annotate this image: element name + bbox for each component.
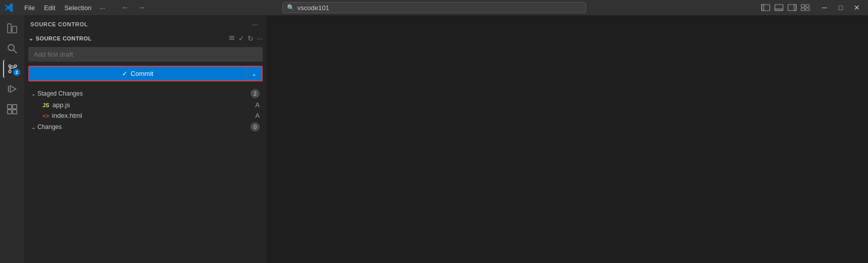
sidebar-header-actions: ···	[250, 19, 261, 30]
run-debug-activity-item[interactable]	[3, 80, 21, 98]
sidebar-panel-header: SOURCE CONTROL ···	[24, 15, 267, 33]
selection-menu[interactable]: Selection	[60, 3, 95, 13]
sc-header-actions: ✓ ↻ ···	[228, 34, 263, 43]
nav-arrows: ← →	[118, 2, 149, 13]
close-button[interactable]: ✕	[850, 2, 864, 13]
secondary-sidebar-layout-icon[interactable]	[786, 3, 798, 12]
sc-title-text: SOURCE CONTROL	[35, 35, 92, 41]
main-area: 2 SOURCE CONTROL ···	[0, 15, 868, 263]
indexhtml-status: A	[255, 112, 260, 119]
sidebar: SOURCE CONTROL ··· ⌄ SOURCE CONTROL	[24, 15, 267, 263]
changes-section-row[interactable]: ⌄ Changes 0	[28, 121, 263, 133]
svg-point-12	[8, 45, 14, 51]
commit-check-icon: ✓	[122, 70, 128, 77]
staged-changes-count: 2	[251, 89, 260, 98]
file-row-appjs[interactable]: JS app.js A	[28, 100, 263, 110]
svg-rect-6	[801, 5, 805, 7]
commit-dropdown-button[interactable]: ⌄	[246, 67, 262, 80]
global-search-bar[interactable]: 🔍 vscode101	[282, 2, 586, 13]
forward-arrow[interactable]: →	[135, 2, 149, 13]
svg-rect-5	[794, 5, 796, 11]
search-icon: 🔍	[287, 4, 295, 11]
svg-rect-19	[8, 105, 12, 109]
sc-chevron-icon: ⌄	[28, 35, 33, 42]
title-bar: File Edit Selection ··· ← → 🔍 vscode101	[0, 0, 868, 15]
commit-button-group: ✓ Commit ⌄	[28, 66, 263, 81]
search-text: vscode101	[298, 4, 329, 12]
editor-area	[267, 15, 868, 263]
svg-line-13	[14, 50, 17, 53]
staged-changes-section-row[interactable]: ⌄ Staged Changes 2	[28, 87, 263, 100]
svg-point-15	[14, 65, 17, 67]
svg-rect-10	[8, 24, 11, 33]
svg-rect-1	[762, 5, 770, 11]
sc-section-title[interactable]: ⌄ SOURCE CONTROL	[28, 35, 92, 42]
commit-message-input[interactable]	[28, 47, 263, 62]
vscode-logo-icon	[4, 3, 14, 13]
changes-count: 0	[251, 122, 260, 132]
maximize-button[interactable]: □	[834, 2, 848, 13]
explorer-activity-item[interactable]	[3, 19, 21, 37]
indexhtml-filename: index.html	[52, 112, 82, 119]
title-bar-right: ─ □ ✕	[586, 2, 864, 13]
source-control-badge: 2	[13, 69, 20, 76]
svg-rect-9	[806, 8, 809, 11]
commit-button-label: Commit	[131, 70, 153, 77]
title-bar-left: File Edit Selection ··· ← →	[4, 2, 282, 13]
sidebar-panel-title: SOURCE CONTROL	[30, 21, 88, 27]
sc-more-actions-icon[interactable]: ···	[257, 34, 263, 42]
file-row-indexhtml[interactable]: <> index.html A	[28, 110, 263, 121]
svg-rect-11	[12, 26, 17, 33]
staged-changes-chevron-icon: ⌄	[31, 91, 35, 97]
svg-rect-4	[788, 5, 796, 11]
source-control-section: ⌄ SOURCE CONTROL ✓ ↻	[24, 33, 267, 137]
svg-marker-17	[10, 86, 16, 93]
svg-rect-3	[775, 8, 783, 11]
commit-dropdown-icon: ⌄	[252, 70, 257, 77]
file-row-left-appjs: JS app.js	[43, 101, 70, 109]
source-control-activity-item[interactable]: 2	[3, 60, 21, 78]
sc-commit-all-icon[interactable]: ✓	[238, 34, 244, 42]
menu-items: File Edit Selection ···	[20, 3, 108, 13]
back-arrow[interactable]: ←	[118, 2, 133, 13]
edit-menu[interactable]: Edit	[40, 3, 59, 13]
activity-bar: 2	[0, 15, 24, 263]
customize-layout-icon[interactable]	[799, 3, 811, 12]
file-row-left-indexhtml: <> index.html	[43, 112, 82, 119]
svg-rect-8	[801, 8, 805, 11]
sidebar-more-actions[interactable]: ···	[250, 19, 261, 30]
indexhtml-lang-badge: <>	[43, 113, 49, 119]
staged-changes-label-group: ⌄ Staged Changes	[31, 90, 82, 97]
changes-chevron-icon: ⌄	[31, 124, 35, 130]
search-activity-item[interactable]	[3, 39, 21, 58]
sc-section-header: ⌄ SOURCE CONTROL ✓ ↻	[28, 33, 263, 44]
vscode-watermark	[625, 42, 838, 236]
changes-label-group: ⌄ Changes	[31, 123, 62, 130]
file-menu[interactable]: File	[20, 3, 39, 13]
extensions-activity-item[interactable]	[3, 100, 21, 118]
minimize-button[interactable]: ─	[817, 2, 832, 13]
more-menus[interactable]: ···	[97, 3, 108, 13]
svg-point-16	[9, 70, 11, 73]
changes-label: Changes	[37, 123, 62, 130]
primary-sidebar-layout-icon[interactable]	[760, 3, 772, 12]
svg-rect-22	[13, 110, 17, 114]
svg-rect-7	[806, 5, 809, 7]
title-bar-center: 🔍 vscode101	[282, 2, 586, 13]
appjs-lang-badge: JS	[43, 102, 49, 108]
appjs-filename: app.js	[52, 101, 70, 109]
svg-rect-21	[8, 110, 12, 114]
svg-rect-20	[13, 105, 17, 109]
panel-layout-icon[interactable]	[773, 3, 785, 12]
svg-point-14	[9, 65, 11, 67]
appjs-status: A	[255, 101, 260, 109]
sc-refresh-icon[interactable]: ↻	[247, 34, 254, 42]
sc-list-icon[interactable]	[228, 34, 235, 43]
staged-changes-label: Staged Changes	[37, 90, 82, 97]
layout-icons	[760, 3, 811, 12]
commit-main-button[interactable]: ✓ Commit	[29, 67, 246, 80]
